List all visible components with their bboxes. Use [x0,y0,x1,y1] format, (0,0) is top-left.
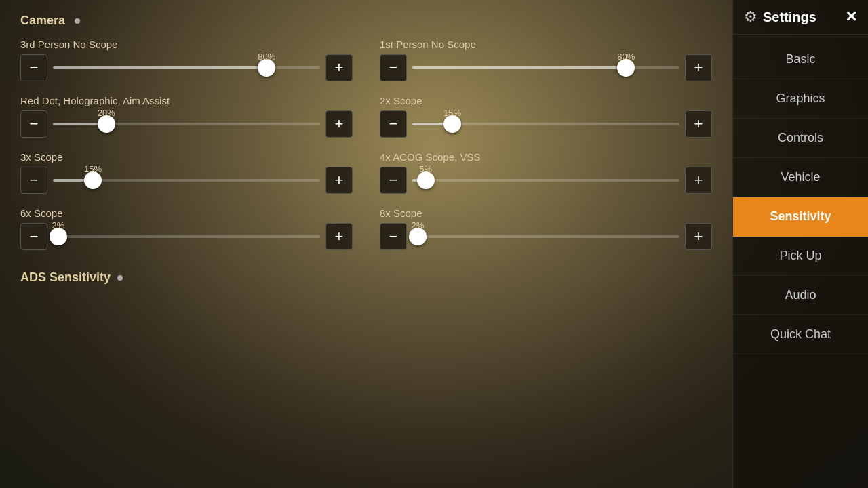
nav-item-audio[interactable]: Audio [733,276,868,315]
slider-plus-6x-scope[interactable]: + [326,223,353,250]
slider-label-3rd-person-no-scope: 3rd Person No Scope [20,39,353,50]
slider-row-3rd-person-no-scope: −80%+ [20,54,353,81]
slider-group-3x-scope: 3x Scope−15%+ [20,151,353,194]
slider-plus-3x-scope[interactable]: + [326,167,353,194]
slider-minus-4x-acog[interactable]: − [380,167,407,194]
slider-group-4x-acog: 4x ACOG Scope, VSS−5%+ [380,151,712,194]
slider-track-1st-person-no-scope: 80% [412,66,679,69]
slider-track-6x-scope: 2% [53,235,320,238]
slider-plus-4x-acog[interactable]: + [685,167,712,194]
slider-value-1st-person-no-scope: 80% [617,52,635,62]
slider-fill-3rd-person-no-scope [53,66,267,69]
slider-value-6x-scope: 2% [52,220,64,230]
slider-value-red-dot: 20% [98,108,115,118]
slider-row-8x-scope: −2%+ [380,223,712,250]
slider-group-red-dot: Red Dot, Holographic, Aim Assist−20%+ [20,95,353,138]
ads-label: ADS Sensitivity [20,270,111,285]
slider-container-3rd-person-no-scope[interactable]: 80% [53,54,320,81]
slider-label-red-dot: Red Dot, Holographic, Aim Assist [20,95,353,106]
slider-minus-8x-scope[interactable]: − [380,223,407,250]
slider-container-6x-scope[interactable]: 2% [53,223,320,250]
slider-container-1st-person-no-scope[interactable]: 80% [412,54,679,81]
slider-value-2x-scope: 15% [443,108,461,118]
slider-minus-2x-scope[interactable]: − [380,110,407,138]
slider-value-3rd-person-no-scope: 80% [258,52,275,62]
slider-plus-red-dot[interactable]: + [326,110,353,138]
slider-group-8x-scope: 8x Scope−2%+ [380,207,712,250]
slider-value-3x-scope: 15% [84,164,102,174]
slider-label-4x-acog: 4x ACOG Scope, VSS [380,151,712,163]
slider-minus-6x-scope[interactable]: − [20,223,47,250]
nav-item-graphics[interactable]: Graphics [733,79,868,119]
slider-value-4x-acog: 5% [419,164,432,174]
slider-label-3x-scope: 3x Scope [20,151,353,163]
slider-label-1st-person-no-scope: 1st Person No Scope [380,39,712,50]
slider-row-6x-scope: −2%+ [20,223,353,250]
slider-minus-3rd-person-no-scope[interactable]: − [20,54,47,81]
slider-label-8x-scope: 8x Scope [380,207,712,219]
slider-track-4x-acog: 5% [412,179,679,182]
nav-item-basic[interactable]: Basic [733,40,868,79]
slider-group-3rd-person-no-scope: 3rd Person No Scope−80%+ [20,39,353,81]
slider-minus-red-dot[interactable]: − [20,110,47,138]
slider-row-2x-scope: −15%+ [380,110,712,138]
slider-minus-1st-person-no-scope[interactable]: − [380,54,407,81]
slider-container-2x-scope[interactable]: 15% [412,110,679,138]
camera-label: Camera [20,14,65,28]
slider-track-3rd-person-no-scope: 80% [53,66,320,69]
gear-icon: ⚙ [744,8,757,26]
slider-value-8x-scope: 2% [411,220,424,230]
settings-title: Settings [763,9,816,25]
slider-row-3x-scope: −15%+ [20,167,353,194]
slider-row-red-dot: −20%+ [20,110,353,138]
slider-plus-1st-person-no-scope[interactable]: + [685,54,712,81]
slider-track-2x-scope: 15% [412,123,679,125]
nav-item-pickup[interactable]: Pick Up [733,237,868,276]
slider-group-1st-person-no-scope: 1st Person No Scope−80%+ [380,39,712,81]
slider-label-6x-scope: 6x Scope [20,207,353,219]
sidebar-nav: BasicGraphicsControlsVehicleSensitivityP… [733,35,868,488]
slider-container-4x-acog[interactable]: 5% [412,167,679,194]
slider-plus-2x-scope[interactable]: + [685,110,712,138]
sidebar-header: ⚙ Settings ✕ [733,0,868,35]
slider-group-2x-scope: 2x Scope−15%+ [380,95,712,138]
camera-section-title: Camera [20,14,712,28]
slider-row-1st-person-no-scope: −80%+ [380,54,712,81]
slider-group-6x-scope: 6x Scope−2%+ [20,207,353,250]
nav-item-vehicle[interactable]: Vehicle [733,158,868,197]
close-button[interactable]: ✕ [845,8,857,26]
sliders-grid: 3rd Person No Scope−80%+1st Person No Sc… [20,39,712,250]
nav-item-quickchat[interactable]: Quick Chat [733,315,868,354]
slider-track-8x-scope: 2% [412,235,679,238]
nav-item-controls[interactable]: Controls [733,119,868,158]
main-panel: Camera 3rd Person No Scope−80%+1st Perso… [0,0,732,488]
slider-label-2x-scope: 2x Scope [380,95,712,106]
ads-section: ADS Sensitivity [20,264,712,285]
slider-minus-3x-scope[interactable]: − [20,167,47,194]
ads-section-title: ADS Sensitivity [20,270,712,285]
slider-track-red-dot: 20% [53,123,320,125]
slider-plus-8x-scope[interactable]: + [685,223,712,250]
nav-item-sensitivity[interactable]: Sensitivity [733,197,868,237]
slider-plus-3rd-person-no-scope[interactable]: + [326,54,353,81]
slider-track-3x-scope: 15% [53,179,320,182]
slider-container-8x-scope[interactable]: 2% [412,223,679,250]
sidebar: ⚙ Settings ✕ BasicGraphicsControlsVehicl… [732,0,868,488]
settings-title-group: ⚙ Settings [744,8,816,26]
slider-container-red-dot[interactable]: 20% [53,110,320,138]
slider-container-3x-scope[interactable]: 15% [53,167,320,194]
slider-fill-1st-person-no-scope [412,66,626,69]
slider-row-4x-acog: −5%+ [380,167,712,194]
